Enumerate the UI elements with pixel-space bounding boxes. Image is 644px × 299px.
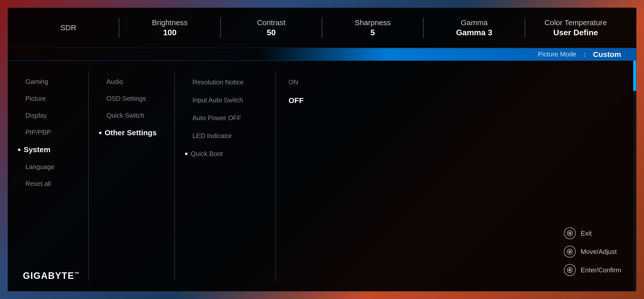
setting-led-indicator[interactable]: LED Indicator xyxy=(185,127,265,145)
settings-options-column: Resolution Notice Input Auto Switch Auto… xyxy=(175,68,275,284)
control-enter-confirm[interactable]: Enter/Confirm xyxy=(564,264,621,276)
values-column: ON OFF xyxy=(276,68,364,284)
picture-mode-value: Custom xyxy=(593,50,621,59)
header-contrast-label: Contrast xyxy=(257,18,286,27)
control-exit[interactable]: Exit xyxy=(564,227,621,239)
exit-icon xyxy=(564,227,576,239)
main-menu-column: Gaming Picture Display PIP/PBP System La… xyxy=(8,68,88,284)
menu-display[interactable]: Display xyxy=(18,107,78,124)
setting-input-auto-switch[interactable]: Input Auto Switch xyxy=(185,91,265,109)
menu-picture[interactable]: Picture xyxy=(18,90,78,107)
osd-menu: SDR Brightness 100 Contrast 50 Sharpness… xyxy=(8,8,636,291)
header-gamma[interactable]: Gamma Gamma 3 xyxy=(424,18,525,37)
header-sdr-label: SDR xyxy=(60,23,76,32)
header-color-temp-value: User Define xyxy=(553,28,598,37)
submenu-column: Audio OSD Settings Quick Switch Other Se… xyxy=(89,68,174,284)
value-on[interactable]: ON xyxy=(289,73,351,91)
value-off[interactable]: OFF xyxy=(289,91,351,110)
main-content: Gaming Picture Display PIP/PBP System La… xyxy=(8,61,636,291)
header-sdr[interactable]: SDR xyxy=(18,23,119,32)
enter-confirm-label: Enter/Confirm xyxy=(581,266,621,274)
header-contrast-value: 50 xyxy=(267,28,276,37)
submenu-quick-switch[interactable]: Quick Switch xyxy=(99,107,164,124)
header-color-temp-label: Color Temperature xyxy=(544,18,607,27)
menu-gaming[interactable]: Gaming xyxy=(18,73,78,90)
gigabyte-logo: GIGABYTE™ xyxy=(23,271,80,281)
picture-mode-text: Picture Mode ： Custom xyxy=(538,50,621,59)
picture-mode-bar: Picture Mode ： Custom xyxy=(8,48,636,61)
controls-section: Exit Move/Adjust Enter/Confirm xyxy=(564,227,621,276)
menu-reset-all[interactable]: Reset all xyxy=(18,175,78,192)
header-brightness[interactable]: Brightness 100 xyxy=(119,18,220,37)
picture-mode-label: Picture Mode xyxy=(538,50,576,58)
scroll-thumb xyxy=(633,61,636,91)
picture-mode-colon: ： xyxy=(581,50,588,59)
header-contrast[interactable]: Contrast 50 xyxy=(221,18,322,37)
header-sharpness-label: Sharpness xyxy=(355,18,391,27)
menu-pip-pbp[interactable]: PIP/PBP xyxy=(18,124,78,141)
submenu-other-settings[interactable]: Other Settings xyxy=(99,124,164,142)
enter-confirm-icon xyxy=(564,264,576,276)
header-bar: SDR Brightness 100 Contrast 50 Sharpness… xyxy=(8,8,636,48)
logo-text: GIGABYTE xyxy=(23,271,74,281)
exit-label: Exit xyxy=(581,229,592,237)
scroll-indicator[interactable] xyxy=(633,61,636,291)
move-adjust-icon xyxy=(564,246,576,258)
move-adjust-label: Move/Adjust xyxy=(581,248,617,256)
submenu-osd-settings[interactable]: OSD Settings xyxy=(99,90,164,107)
menu-system[interactable]: System xyxy=(18,141,78,158)
header-sharpness[interactable]: Sharpness 5 xyxy=(322,18,423,37)
logo-trademark: ™ xyxy=(74,271,80,277)
setting-quick-boot[interactable]: Quick Boot xyxy=(185,145,265,163)
menu-language[interactable]: Language xyxy=(18,158,78,175)
control-move-adjust[interactable]: Move/Adjust xyxy=(564,246,621,258)
header-gamma-label: Gamma xyxy=(461,18,488,27)
submenu-audio[interactable]: Audio xyxy=(99,73,164,90)
header-gamma-value: Gamma 3 xyxy=(456,28,492,37)
header-sharpness-value: 5 xyxy=(371,28,375,37)
header-brightness-label: Brightness xyxy=(152,18,188,27)
setting-auto-power-off[interactable]: Auto Power OFF xyxy=(185,109,265,127)
header-brightness-value: 100 xyxy=(163,28,176,37)
header-color-temp[interactable]: Color Temperature User Define xyxy=(525,18,626,37)
setting-resolution-notice[interactable]: Resolution Notice xyxy=(185,73,265,91)
